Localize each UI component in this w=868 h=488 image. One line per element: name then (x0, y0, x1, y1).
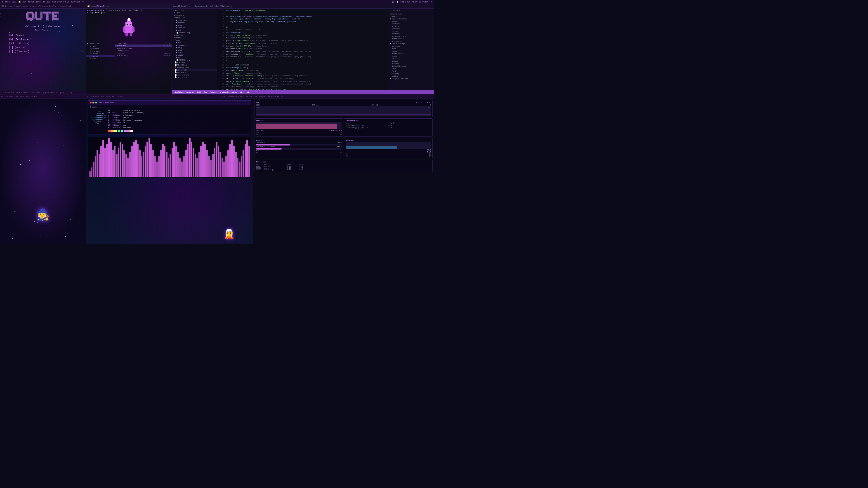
qb-menu-search[interactable]: [o] [Search] (9, 33, 76, 37)
outline-description[interactable]: description (389, 13, 434, 15)
outline-editor[interactable]: editor (389, 75, 434, 77)
qb-profile: Tech Profile (0, 29, 86, 32)
fm-file-readmeorg[interactable]: README.org 40.4 K (115, 55, 172, 57)
tree-worklab[interactable]: ▶ worklab (172, 26, 217, 29)
editor-layout: ▼ .dotfiles ▶ .git ▶ patches ▼ profiles … (172, 8, 434, 90)
tree-shell[interactable]: ▶ shell (172, 51, 217, 54)
outline-dotfilesdir2[interactable]: dotfilesDir (389, 53, 434, 55)
color-purple (124, 130, 127, 132)
fm-sidebar-profiles[interactable]: ▼ profiles (86, 50, 115, 53)
tree-hardensh[interactable]: 📄 harden.sh (172, 71, 217, 74)
tree-user[interactable]: ▼ user (172, 39, 217, 41)
tree-lang[interactable]: ▶ lang (172, 46, 217, 49)
outline-dotfilesdir1[interactable]: dotfilesDir (389, 37, 434, 40)
qb-menu-history[interactable]: [S h] [History] (9, 41, 76, 46)
tree-app[interactable]: ▶ app (172, 41, 217, 44)
app-name: Tech (5, 1, 10, 3)
qb-menu-newtab[interactable]: [t] [New tab] (9, 46, 76, 50)
tree-git[interactable]: ▶ .git (172, 11, 217, 14)
outline-browser[interactable]: browser (389, 62, 434, 65)
sysmon-processes-section: Processes PID Name CPU% Mem% 2520 Hyprla… (254, 160, 433, 172)
outline-bootmode[interactable]: bootMode (389, 33, 434, 35)
fm-file-flakenix[interactable]: flake.nix 2.26 K (115, 44, 172, 47)
viz-bar-52 (189, 138, 191, 177)
process-header: PID Name CPU% Mem% (256, 164, 431, 165)
outline-hostname[interactable]: hostname (389, 23, 434, 25)
mem-label: f100s (28, 1, 34, 3)
tree-readmeorg2[interactable]: 📄 README.org (172, 59, 217, 61)
tree-patches[interactable]: ▶ patches (172, 14, 217, 17)
qb-window-title: ⬛ file:///home/emmet/.browser/Tech/confi… (1, 5, 71, 7)
editor-code-content[interactable]: description = "Flake of LibrePhoenix"; o… (225, 8, 389, 90)
sysmon-window: Sat 2024-03-09 05:06:00 PM CPU 1.53 1.14… (253, 94, 434, 244)
tree-desktoppng[interactable]: 🖼 desktop.png (172, 66, 217, 69)
outline-timezone[interactable]: timezone (389, 28, 434, 30)
outline-locale[interactable]: locale (389, 30, 434, 33)
viz-bar-47 (179, 158, 181, 177)
disk-time-row: 60s 0s (256, 150, 342, 152)
outline-defaultroamdir[interactable]: defaultRoamDir (389, 65, 434, 67)
fm-sidebar-patches[interactable]: ▶ patches (86, 47, 115, 50)
editor-header: emmetFSnowFire:~ /home/emmet/.dotfiles/f… (172, 4, 434, 8)
outline-username[interactable]: username (389, 45, 434, 47)
outline-nixpkgspatched[interactable]: ▼ nixpkgs-patched (389, 77, 434, 80)
fm-sidebar-system[interactable]: ▶ system (86, 53, 115, 55)
fm-file-systemsettings[interactable]: systemSettings (115, 47, 172, 50)
viz-bar-46 (177, 152, 179, 177)
qb-menu-quickmarks[interactable]: [b] [Quickmarks] (9, 37, 76, 41)
tree-personal[interactable]: ▶ personal (172, 22, 217, 24)
outline-usersettings[interactable]: ▼ userSettings (389, 42, 434, 45)
color-green (118, 130, 120, 132)
outline-font[interactable]: font (389, 70, 434, 72)
outline-wmtype[interactable]: wmType (389, 60, 434, 62)
outline-outputs[interactable]: outputs (389, 15, 434, 18)
tree-installsh[interactable]: 📄 install.sh (172, 76, 217, 78)
outline-email[interactable]: email (389, 50, 434, 53)
viz-bar-16 (120, 142, 121, 177)
qb-menu: [o] [Search] [b] [Quickmarks] [S h] [His… (0, 33, 86, 54)
viz-bar-44 (174, 142, 175, 177)
tree-style[interactable]: ▶ style (172, 54, 217, 56)
outline-profile[interactable]: profile (389, 25, 434, 28)
outline-grubdevice[interactable]: grubDevice (389, 40, 434, 42)
editor-statusbar: .dotfiles/flake.nix 3:10 Top Producer.p/… (172, 90, 434, 94)
tree-system[interactable]: ▶ system (172, 34, 217, 36)
tree-wm[interactable]: ▶ wm (172, 56, 217, 59)
tree-flakenix[interactable]: 📄 flake.nix (172, 69, 217, 71)
tree-work[interactable]: ▶ work (172, 24, 217, 26)
fm-file-flakelock[interactable]: flake.lock 27.5 K (115, 42, 172, 44)
outline-wm[interactable]: wm (389, 57, 434, 60)
close-dot (90, 102, 92, 103)
outline-theme[interactable]: theme (389, 55, 434, 57)
qb-header-bar: ⬛ file:///home/emmet/.browser/Tech/confi… (0, 4, 86, 8)
tree-installorg[interactable]: 📄 install.org (172, 74, 217, 76)
fm-file-installorg[interactable]: install.org (115, 50, 172, 52)
tree-wsl[interactable]: ▶ wsl (172, 29, 217, 31)
temp-row-2-val: 58°C (389, 127, 431, 129)
outline-fontpkg[interactable]: fontPkg (389, 72, 434, 75)
viz-bar-67 (218, 146, 219, 177)
tree-readmemd[interactable]: 📄 README.md (172, 64, 217, 66)
tree-hardware[interactable]: ▶ hardware (172, 44, 217, 46)
fm-sidebar-user[interactable]: ▶ user (86, 57, 115, 60)
fm-file-license[interactable]: LICENSE 34.2 K (115, 52, 172, 55)
tree-dotfiles[interactable]: ▼ .dotfiles (172, 9, 217, 11)
tree-pkgs[interactable]: ▶ pkgs (172, 49, 217, 51)
tree-readmeorg1[interactable]: 📄 README.org (172, 31, 217, 34)
svg-rect-2 (128, 18, 130, 21)
fm-sidebar-themes[interactable]: ▶ themes (86, 55, 115, 57)
outline-name[interactable]: name (389, 47, 434, 50)
tree-homelab[interactable]: ▶ home lab (172, 19, 217, 22)
tree-themes[interactable]: ▶ themes (172, 36, 217, 39)
fm-sidebar-dotfiles[interactable]: ▼ .dotfiles (86, 42, 115, 45)
viz-bar-40 (166, 152, 167, 177)
outline-system[interactable]: system (389, 20, 434, 23)
temp-row-2-chip: card0 (amdgpu): junction (346, 127, 388, 129)
tree-profiles[interactable]: ▼ profiles (172, 17, 217, 19)
outline-bootmountpath[interactable]: bootMountPath (389, 35, 434, 37)
outline-systemsettings[interactable]: ▼ systemSettings (389, 18, 434, 20)
outline-term[interactable]: term (389, 67, 434, 70)
tree-license[interactable]: 📄 LICENSE (172, 61, 217, 64)
qb-menu-closetab[interactable]: [x] [Close tab] (9, 50, 76, 54)
fm-sidebar-git[interactable]: ▶ .git (86, 45, 115, 47)
